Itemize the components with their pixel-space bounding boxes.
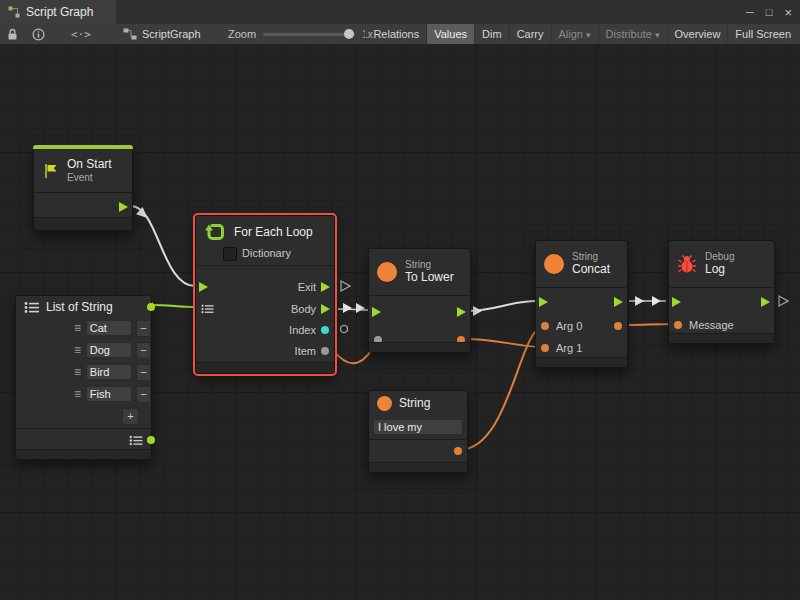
relations-button[interactable]: Relations — [365, 24, 426, 44]
concat-enter-port[interactable] — [539, 297, 548, 307]
node-footer — [196, 362, 334, 373]
item-port-label: Item — [295, 345, 316, 357]
node-footer — [669, 333, 774, 343]
node-footer — [34, 217, 132, 230]
concat-arg0-port[interactable] — [541, 322, 549, 330]
string-literal-input[interactable] — [373, 419, 463, 435]
string-icon — [377, 396, 392, 411]
tab-title: Script Graph — [26, 5, 93, 19]
node-title: For Each Loop — [234, 225, 313, 239]
for-each-loop-icon — [204, 221, 226, 243]
carry-button[interactable]: Carry — [509, 24, 551, 44]
node-on-start[interactable]: On Start Event — [33, 145, 133, 231]
script-graph-tab-icon — [8, 2, 20, 22]
log-message-port[interactable] — [674, 321, 682, 329]
drag-handle-icon[interactable]: ≡ — [74, 387, 83, 401]
node-string-literal[interactable]: String — [368, 390, 468, 473]
overview-button[interactable]: Overview — [667, 24, 728, 44]
node-debug-log[interactable]: Debug Log Message — [668, 240, 775, 344]
concat-result-port[interactable] — [614, 322, 622, 330]
zoom-label: Zoom — [228, 28, 256, 40]
node-concat[interactable]: String Concat Arg 0 Arg 1 — [535, 240, 628, 368]
tab-script-graph[interactable]: Script Graph — [0, 0, 116, 24]
remove-item-button[interactable]: − — [136, 342, 151, 359]
node-title: Concat — [572, 263, 610, 277]
drag-handle-icon[interactable]: ≡ — [74, 321, 83, 335]
minimize-icon[interactable]: ─ — [746, 6, 754, 18]
list-icon — [24, 301, 40, 314]
drag-handle-icon[interactable]: ≡ — [74, 343, 83, 357]
list-output-icon[interactable] — [129, 435, 143, 446]
event-highlight-bar — [33, 145, 133, 149]
foreach-list-input-port[interactable] — [201, 304, 214, 314]
log-exit-port[interactable] — [761, 297, 770, 307]
foreach-enter-port[interactable] — [199, 282, 208, 292]
remove-item-button[interactable]: − — [136, 364, 151, 381]
align-button[interactable]: Align▾ — [551, 24, 598, 44]
distribute-button[interactable]: Distribute▾ — [598, 24, 667, 44]
lock-icon[interactable] — [7, 24, 18, 44]
literal-output-port[interactable] — [454, 447, 462, 455]
list-item-input[interactable] — [86, 320, 132, 336]
arg0-label: Arg 0 — [556, 320, 582, 332]
node-footer — [369, 342, 470, 352]
graph-name-label[interactable]: ScriptGraph — [142, 28, 201, 40]
foreach-item-port[interactable] — [321, 347, 329, 355]
list-item-input[interactable] — [86, 386, 132, 402]
tolower-exit-port[interactable] — [457, 307, 466, 317]
flag-icon — [42, 162, 60, 180]
foreach-index-port[interactable] — [321, 326, 329, 334]
title-bar: Script Graph ─ □ × — [0, 0, 800, 25]
remove-item-button[interactable]: − — [136, 386, 151, 403]
concat-arg1-port[interactable] — [541, 344, 549, 352]
info-icon[interactable] — [32, 24, 45, 44]
list-item-input[interactable] — [86, 342, 132, 358]
maximize-icon[interactable]: □ — [766, 6, 773, 18]
node-title: To Lower — [405, 271, 454, 285]
string-icon — [377, 262, 397, 282]
arg1-label: Arg 1 — [556, 342, 582, 354]
foreach-exit-port[interactable] — [321, 282, 330, 292]
script-graph-toolbar-icon — [123, 24, 137, 44]
toolbar-buttons: Relations Values Dim Carry Align▾ Distri… — [365, 24, 798, 44]
node-to-lower[interactable]: String To Lower — [368, 248, 471, 353]
dim-button[interactable]: Dim — [474, 24, 509, 44]
node-title: Log — [705, 263, 734, 277]
node-title: List of String — [46, 300, 113, 314]
log-enter-port[interactable] — [672, 297, 681, 307]
node-for-each-loop[interactable]: For Each Loop Dictionary Exit Body Index… — [195, 215, 335, 374]
on-start-trigger-port[interactable] — [119, 202, 128, 212]
concat-exit-port[interactable] — [614, 297, 623, 307]
script-graph-window: Script Graph ─ □ × <·> ScriptGraph Zoom — [0, 0, 800, 600]
node-title: On Start — [67, 158, 112, 172]
chevron-down-icon: ▾ — [655, 30, 660, 40]
graph-toolbar: <·> ScriptGraph Zoom 1x Relations Values… — [0, 24, 800, 45]
close-icon[interactable]: × — [784, 5, 792, 20]
list-result-port[interactable] — [147, 436, 155, 444]
dictionary-label: Dictionary — [242, 247, 291, 259]
node-subtitle: Event — [67, 172, 112, 184]
message-label: Message — [689, 319, 734, 331]
list-header-output-port[interactable] — [147, 303, 155, 311]
tolower-enter-port[interactable] — [372, 307, 381, 317]
zoom-slider-handle[interactable] — [344, 29, 354, 39]
full-screen-button[interactable]: Full Screen — [727, 24, 798, 44]
dictionary-checkbox[interactable] — [223, 247, 237, 261]
chevron-down-icon: ▾ — [586, 30, 591, 40]
node-title: String — [399, 396, 430, 410]
foreach-body-port[interactable] — [321, 304, 330, 314]
code-icon[interactable]: <·> — [71, 24, 91, 44]
index-port-label: Index — [289, 324, 316, 336]
window-controls: ─ □ × — [746, 0, 792, 24]
node-footer — [16, 449, 151, 459]
drag-handle-icon[interactable]: ≡ — [74, 365, 83, 379]
remove-item-button[interactable]: − — [136, 320, 151, 337]
bug-icon — [677, 254, 697, 274]
zoom-slider[interactable] — [263, 33, 355, 36]
node-list-of-string[interactable]: List of String ≡ − ≡ − ≡ − ≡ − + — [15, 295, 152, 460]
body-port-label: Body — [291, 303, 316, 315]
list-item-input[interactable] — [86, 364, 132, 380]
add-item-button[interactable]: + — [122, 408, 139, 425]
values-button[interactable]: Values — [426, 24, 474, 44]
node-footer — [369, 462, 467, 472]
